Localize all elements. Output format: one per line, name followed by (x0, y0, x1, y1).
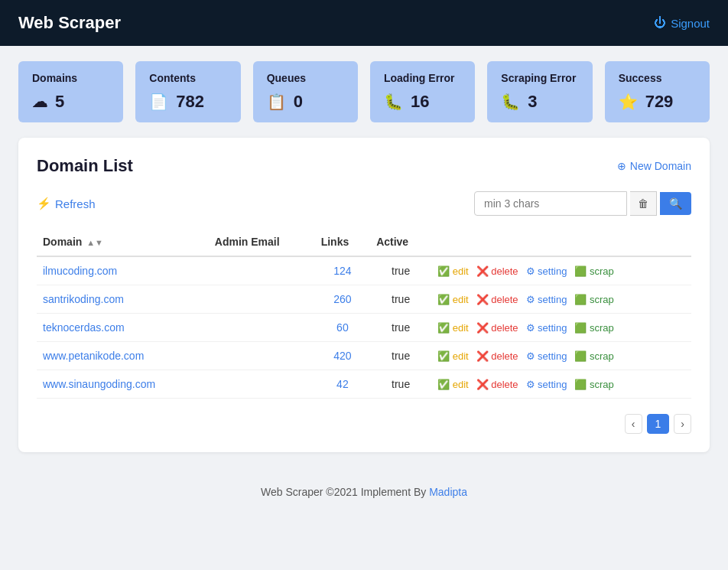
domain-link[interactable]: santrikoding.com (43, 293, 124, 305)
delete-button[interactable]: ❌ delete (476, 322, 518, 334)
stat-value-domains: 5 (55, 92, 64, 112)
stat-icon-success: ⭐ (619, 93, 638, 111)
scrap-button[interactable]: 🟩 scrap (574, 379, 613, 390)
cell-active: true (370, 314, 431, 342)
cell-admin-email (209, 256, 315, 285)
edit-button[interactable]: ✅ edit (437, 265, 469, 277)
scrap-button[interactable]: 🟩 scrap (574, 294, 613, 305)
stat-title-contents: Contents (149, 72, 226, 84)
check-circle-icon: ✅ (437, 350, 450, 362)
scrap-icon: 🟩 (574, 322, 587, 334)
cell-admin-email (209, 342, 315, 370)
domain-link[interactable]: www.sinaungoding.com (43, 378, 155, 390)
scrap-button[interactable]: 🟩 scrap (574, 322, 613, 334)
stat-title-loading-error: Loading Error (384, 72, 461, 84)
stat-icon-contents: 📄 (149, 93, 168, 111)
domain-link[interactable]: ilmucoding.com (43, 265, 117, 277)
edit-button[interactable]: ✅ edit (437, 379, 469, 390)
cell-actions: ✅ edit ❌ delete ⚙ setting 🟩 scrap (431, 342, 691, 370)
gear-icon: ⚙ (526, 294, 535, 305)
footer-text: Web Scraper ©2021 Implement By (261, 486, 429, 498)
cell-active: true (370, 342, 431, 370)
cell-domain: teknocerdas.com (37, 314, 209, 342)
setting-button[interactable]: ⚙ setting (526, 322, 567, 334)
check-circle-icon: ✅ (437, 322, 450, 334)
stat-title-scraping-error: Scraping Error (501, 72, 578, 84)
app-title: Web Scraper (18, 13, 121, 33)
delete-button[interactable]: ❌ delete (476, 265, 518, 277)
stat-icon-loading-error: 🐛 (384, 93, 403, 111)
panel-header: Domain List ⊕ New Domain (37, 156, 691, 176)
setting-button[interactable]: ⚙ setting (526, 265, 567, 277)
panel-title: Domain List (37, 156, 133, 176)
lightning-icon: ⚡ (37, 197, 51, 210)
col-domain: Domain ▲▼ (37, 228, 209, 256)
page-1-button[interactable]: 1 (647, 414, 670, 434)
prev-page-button[interactable]: ‹ (625, 414, 642, 434)
scrap-icon: 🟩 (574, 294, 587, 305)
table-header-row: Domain ▲▼ Admin Email Links Active (37, 228, 691, 256)
cell-domain: www.petanikode.com (37, 342, 209, 370)
cell-links: 60 (315, 314, 370, 342)
scrap-button[interactable]: 🟩 scrap (574, 350, 613, 362)
cell-domain: santrikoding.com (37, 285, 209, 314)
stat-value-success: 729 (645, 92, 674, 112)
search-button[interactable]: 🔍 (660, 192, 691, 215)
signout-button[interactable]: ⏻ Signout (654, 16, 710, 30)
delete-button[interactable]: ❌ delete (476, 350, 518, 362)
search-icon: 🔍 (669, 197, 682, 210)
stat-card-success: Success ⭐ 729 (605, 61, 710, 122)
setting-button[interactable]: ⚙ setting (526, 379, 567, 390)
next-page-button[interactable]: › (674, 414, 691, 434)
cell-links: 42 (315, 370, 370, 399)
refresh-button[interactable]: ⚡ Refresh (37, 197, 96, 210)
stat-icon-queues: 📋 (267, 93, 286, 111)
new-domain-button[interactable]: ⊕ New Domain (617, 160, 691, 172)
footer-link[interactable]: Madipta (429, 486, 467, 498)
edit-button[interactable]: ✅ edit (437, 350, 469, 362)
col-active: Active (370, 228, 431, 256)
gear-icon: ⚙ (526, 379, 535, 390)
search-group: 🗑 🔍 (474, 191, 691, 216)
stat-card-scraping-error: Scraping Error 🐛 3 (487, 61, 592, 122)
cell-active: true (370, 256, 431, 285)
plus-circle-icon: ⊕ (617, 160, 626, 172)
cell-links: 260 (315, 285, 370, 314)
x-circle-icon: ❌ (476, 379, 489, 390)
scrap-button[interactable]: 🟩 scrap (574, 265, 613, 277)
stat-card-loading-error: Loading Error 🐛 16 (370, 61, 475, 122)
edit-button[interactable]: ✅ edit (437, 322, 469, 334)
power-icon: ⏻ (654, 16, 666, 30)
delete-button[interactable]: ❌ delete (476, 294, 518, 305)
stat-body-scraping-error: 🐛 3 (501, 92, 578, 112)
cell-admin-email (209, 285, 315, 314)
x-circle-icon: ❌ (476, 265, 489, 277)
scrap-icon: 🟩 (574, 350, 587, 362)
gear-icon: ⚙ (526, 350, 535, 362)
edit-button[interactable]: ✅ edit (437, 294, 469, 305)
x-circle-icon: ❌ (476, 350, 489, 362)
delete-button[interactable]: ❌ delete (476, 379, 518, 390)
table-row: www.petanikode.com 420 true ✅ edit ❌ del… (37, 342, 691, 370)
x-circle-icon: ❌ (476, 322, 489, 334)
domain-link[interactable]: www.petanikode.com (43, 350, 144, 362)
footer: Web Scraper ©2021 Implement By Madipta (0, 471, 728, 513)
stat-body-contents: 📄 782 (149, 92, 226, 112)
cell-admin-email (209, 314, 315, 342)
setting-button[interactable]: ⚙ setting (526, 350, 567, 362)
toolbar: ⚡ Refresh 🗑 🔍 (37, 191, 691, 216)
stat-card-contents: Contents 📄 782 (135, 61, 240, 122)
header: Web Scraper ⏻ Signout (0, 0, 728, 46)
trash-icon: 🗑 (638, 197, 648, 210)
setting-button[interactable]: ⚙ setting (526, 294, 567, 305)
search-clear-button[interactable]: 🗑 (630, 191, 657, 216)
check-circle-icon: ✅ (437, 265, 450, 277)
gear-icon: ⚙ (526, 322, 535, 334)
new-domain-label: New Domain (630, 160, 691, 172)
sort-icon: ▲▼ (86, 238, 103, 247)
domain-link[interactable]: teknocerdas.com (43, 321, 125, 334)
search-input[interactable] (474, 191, 627, 216)
stat-body-queues: 📋 0 (267, 92, 344, 112)
stat-body-domains: ☁ 5 (32, 92, 109, 112)
table-row: teknocerdas.com 60 true ✅ edit ❌ delete … (37, 314, 691, 342)
